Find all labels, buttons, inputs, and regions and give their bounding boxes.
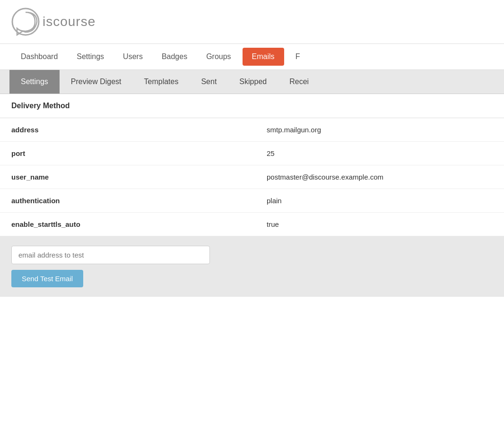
nav-item-dashboard[interactable]: Dashboard [11,44,67,69]
sub-nav-item-templates[interactable]: Templates [133,70,190,94]
discourse-logo-icon [11,8,40,36]
row-label-address: address [0,118,255,141]
row-label-authentication: authentication [0,189,255,212]
nav-item-emails[interactable]: Emails [243,48,284,66]
test-email-section: Send Test Email [0,236,504,297]
table-row: port 25 [0,142,504,165]
row-value-address: smtp.mailgun.org [255,118,504,141]
table-row: authentication plain [0,189,504,213]
table-row: user_name postmaster@discourse.example.c… [0,165,504,189]
send-test-email-button[interactable]: Send Test Email [11,270,83,287]
test-email-input[interactable] [11,246,210,264]
sub-nav-item-settings[interactable]: Settings [9,70,60,94]
row-label-username: user_name [0,165,255,189]
main-content: Delivery Method address smtp.mailgun.org… [0,94,504,297]
row-value-starttls: true [255,213,504,236]
delivery-method-header: Delivery Method [0,94,504,118]
nav-item-groups[interactable]: Groups [197,44,240,69]
logo-text: iscourse [43,14,96,29]
sub-nav-item-received[interactable]: Recei [278,70,320,94]
table-row: enable_starttls_auto true [0,213,504,236]
sub-nav-item-sent[interactable]: Sent [190,70,228,94]
nav-item-badges[interactable]: Badges [152,44,197,69]
table-row: address smtp.mailgun.org [0,118,504,142]
row-value-authentication: plain [255,189,504,212]
nav-item-flags[interactable]: F [286,44,310,69]
sub-nav-item-preview-digest[interactable]: Preview Digest [60,70,133,94]
header: iscourse [0,0,504,44]
delivery-method-section: Delivery Method address smtp.mailgun.org… [0,94,504,236]
top-nav: Dashboard Settings Users Badges Groups E… [0,44,504,70]
row-value-username: postmaster@discourse.example.com [255,165,504,189]
logo-area: iscourse [11,8,493,36]
row-value-port: 25 [255,142,504,165]
sub-nav: Settings Preview Digest Templates Sent S… [0,70,504,94]
sub-nav-item-skipped[interactable]: Skipped [228,70,278,94]
row-label-port: port [0,142,255,165]
row-label-starttls: enable_starttls_auto [0,213,255,236]
nav-item-users[interactable]: Users [113,44,152,69]
nav-item-settings[interactable]: Settings [67,44,113,69]
